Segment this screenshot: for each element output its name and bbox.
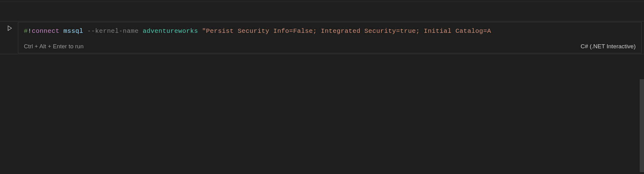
cell-footer: Ctrl + Alt + Enter to run C# (.NET Inter… xyxy=(18,37,641,53)
scrollbar-thumb[interactable] xyxy=(640,79,644,172)
code-token-arg: adventureworks xyxy=(143,28,198,35)
play-icon xyxy=(6,25,13,31)
code-token-connect: connect xyxy=(32,28,60,35)
kernel-selector[interactable]: C# (.NET Interactive) xyxy=(581,43,636,50)
run-cell-button[interactable] xyxy=(6,24,14,32)
code-token-string: "Persist Security Info=False; Integrated… xyxy=(202,28,491,35)
run-hint-text: Ctrl + Alt + Enter to run xyxy=(24,43,84,50)
code-editor[interactable]: #!connect mssql --kernel-name adventurew… xyxy=(18,22,641,37)
code-token-bang: ! xyxy=(28,28,32,35)
cell-gutter xyxy=(0,21,18,54)
code-token-hash: # xyxy=(24,28,28,35)
code-token-flag: --kernel-name xyxy=(87,28,139,35)
code-token-mssql: mssql xyxy=(63,28,83,35)
spacer-area xyxy=(0,2,644,21)
code-cell[interactable]: #!connect mssql --kernel-name adventurew… xyxy=(18,22,642,53)
code-cell-container: #!connect mssql --kernel-name adventurew… xyxy=(0,21,644,54)
bottom-area xyxy=(0,54,644,169)
